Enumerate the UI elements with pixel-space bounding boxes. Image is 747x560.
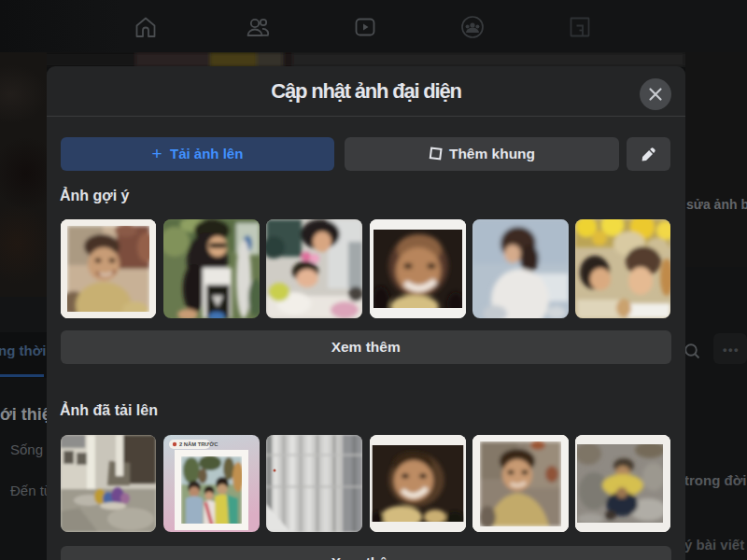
svg-text:2 NĂM TRƯỚC: 2 NĂM TRƯỚC xyxy=(179,441,218,447)
